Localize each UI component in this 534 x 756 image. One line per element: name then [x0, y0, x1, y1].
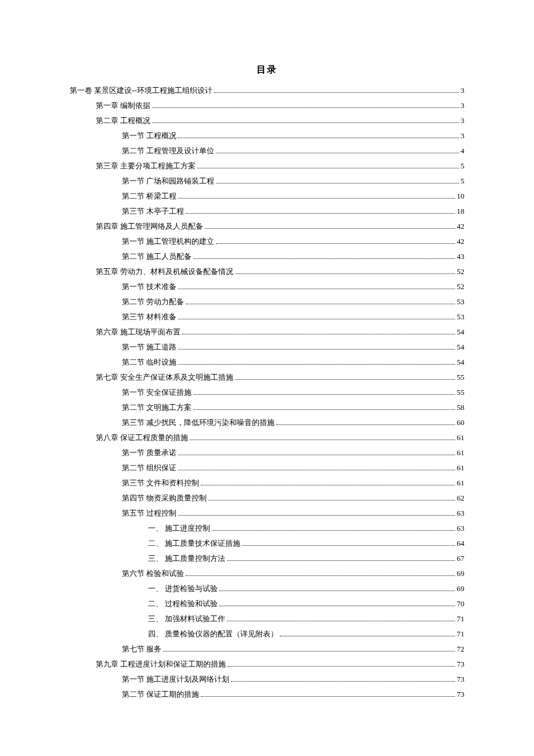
toc-entry-page: 71: [457, 611, 464, 627]
toc-entry-page: 55: [457, 370, 464, 385]
toc-leader-dots: [178, 359, 455, 365]
toc-entry: 第一卷 某景区建设--环境工程施工组织设计3: [70, 83, 464, 98]
toc-entry-page: 42: [457, 219, 464, 234]
toc-entry-label: 二、 施工质量技术保证措施: [148, 536, 240, 551]
toc-leader-dots: [197, 163, 459, 168]
toc-entry-page: 4: [461, 143, 465, 159]
toc-entry: 第三节 文件和资料控制61: [70, 476, 464, 491]
toc-entry-label: 第四节 物资采购质量控制: [122, 491, 207, 506]
toc-entry-label: 第二节 施工人员配备: [122, 249, 192, 264]
toc-entry-page: 5: [461, 174, 465, 189]
toc-leader-dots: [193, 389, 455, 395]
toc-leader-dots: [216, 147, 459, 153]
toc-leader-dots: [219, 600, 455, 606]
toc-entry-page: 69: [457, 581, 464, 596]
toc-entry-label: 第六章 施工现场平面布置: [96, 325, 181, 340]
toc-entry-page: 5: [461, 159, 465, 174]
toc-entry: 第六章 施工现场平面布置54: [70, 325, 464, 340]
toc-entry-label: 三、 施工质量控制方法: [148, 551, 225, 566]
toc-entry-page: 72: [457, 642, 464, 657]
toc-entry-page: 62: [457, 491, 464, 506]
toc-entry: 二、 过程检验和试验70: [70, 596, 464, 611]
toc-entry: 第三章 主要分项工程施工方案5: [70, 159, 464, 174]
toc-entry-label: 第一节 施工道路: [122, 340, 176, 355]
toc-entry: 第五章 劳动力、材料及机械设备配备情况52: [70, 264, 464, 279]
toc-entry: 第二节 保证工期的措施73: [70, 687, 464, 702]
toc-leader-dots: [276, 419, 455, 425]
toc-entry-page: 18: [457, 204, 464, 219]
toc-entry-label: 第三节 木亭子工程: [122, 204, 184, 219]
toc-leader-dots: [178, 193, 455, 199]
toc-entry: 四、 质量检验仪器的配置（详见附表）71: [70, 627, 464, 642]
toc-leader-dots: [227, 615, 455, 621]
toc-entry-label: 第四章 施工管理网络及人员配备: [96, 219, 203, 234]
toc-leader-dots: [216, 238, 455, 244]
toc-leader-dots: [193, 253, 455, 259]
toc-leader-dots: [216, 178, 459, 183]
toc-leader-dots: [152, 117, 459, 123]
toc-leader-dots: [280, 631, 455, 636]
toc-entry-page: 43: [457, 249, 464, 264]
toc-leader-dots: [212, 525, 455, 531]
toc-container: 第一卷 某景区建设--环境工程施工组织设计3第一章 编制依据3第二章 工程概况3…: [70, 83, 464, 702]
toc-leader-dots: [178, 465, 455, 470]
toc-leader-dots: [235, 374, 455, 380]
toc-leader-dots: [193, 404, 455, 410]
toc-entry-label: 第一章 编制依据: [96, 98, 150, 113]
toc-entry: 第四节 物资采购质量控制62: [70, 491, 464, 506]
toc-entry-page: 42: [457, 234, 464, 249]
toc-entry-label: 第一节 施工进度计划及网络计划: [122, 672, 229, 687]
toc-entry-page: 3: [461, 113, 465, 128]
toc-entry: 第八章 保证工程质量的措施61: [70, 430, 464, 445]
toc-entry-label: 第二节 文明施工方案: [122, 400, 192, 415]
toc-leader-dots: [186, 298, 455, 304]
toc-entry: 一、 进货检验与试验69: [70, 581, 464, 596]
toc-leader-dots: [182, 329, 455, 334]
toc-entry-label: 三、 加强材料试验工作: [148, 611, 225, 627]
toc-entry-page: 61: [457, 430, 464, 445]
toc-entry-label: 第一卷 某景区建设--环境工程施工组织设计: [70, 83, 212, 98]
toc-leader-dots: [178, 283, 455, 289]
toc-entry-page: 52: [457, 279, 464, 294]
toc-entry-page: 54: [457, 340, 464, 355]
toc-entry-label: 第五章 劳动力、材料及机械设备配备情况: [96, 264, 233, 279]
toc-entry-page: 10: [457, 189, 464, 204]
toc-entry-label: 第二节 桥梁工程: [122, 189, 176, 204]
toc-entry-page: 73: [457, 672, 464, 687]
toc-entry: 第二节 桥梁工程10: [70, 189, 464, 204]
toc-entry-page: 54: [457, 355, 464, 370]
toc-entry: 第二节 施工人员配备43: [70, 249, 464, 264]
toc-entry: 第七章 安全生产保证体系及文明施工措施55: [70, 370, 464, 385]
toc-entry-page: 3: [461, 83, 465, 98]
toc-leader-dots: [178, 510, 455, 516]
toc-entry-page: 60: [457, 415, 464, 430]
toc-entry: 第三节 木亭子工程18: [70, 204, 464, 219]
toc-entry-page: 69: [457, 566, 464, 581]
toc-leader-dots: [231, 676, 455, 682]
toc-entry: 第一节 工程概况3: [70, 128, 464, 143]
toc-entry-label: 第二节 组织保证: [122, 460, 176, 476]
toc-leader-dots: [205, 223, 455, 229]
toc-entry: 第一节 技术准备52: [70, 279, 464, 294]
toc-entry-page: 58: [457, 400, 464, 415]
toc-entry-label: 第三节 减少扰民，降低环境污染和噪音的措施: [122, 415, 275, 430]
toc-entry: 第一节 施工管理机构的建立42: [70, 234, 464, 249]
toc-leader-dots: [178, 314, 455, 319]
toc-leader-dots: [201, 480, 455, 485]
toc-leader-dots: [219, 585, 455, 591]
toc-entry-page: 3: [461, 98, 465, 113]
toc-entry-page: 64: [457, 536, 464, 551]
toc-entry-label: 第二节 工程管理及设计单位: [122, 143, 214, 159]
toc-leader-dots: [186, 570, 455, 576]
toc-leader-dots: [178, 132, 459, 138]
toc-entry: 第一节 质量承诺61: [70, 445, 464, 460]
toc-entry-label: 一、 进货检验与试验: [148, 581, 218, 596]
toc-entry-page: 53: [457, 294, 464, 309]
toc-entry-page: 53: [457, 309, 464, 325]
toc-entry-label: 第六节 检验和试验: [122, 566, 184, 581]
toc-leader-dots: [190, 434, 455, 440]
toc-entry-label: 第五节 过程控制: [122, 506, 176, 521]
toc-title: 目录: [70, 64, 464, 76]
toc-entry-label: 第三节 文件和资料控制: [122, 476, 199, 491]
toc-entry: 第六节 检验和试验69: [70, 566, 464, 581]
